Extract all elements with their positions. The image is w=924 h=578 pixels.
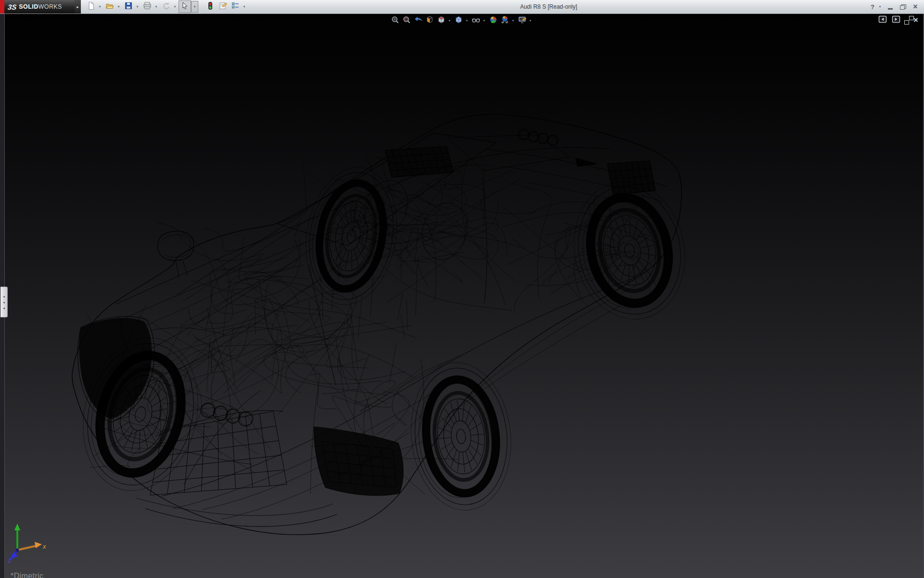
help-button[interactable]: ? bbox=[869, 3, 876, 11]
reference-triad[interactable]: x z bbox=[8, 521, 48, 564]
new-document-dropdown-caret[interactable]: ▾ bbox=[97, 1, 103, 13]
rebuild-button[interactable] bbox=[204, 0, 217, 13]
document-window-controls: × bbox=[878, 16, 918, 24]
window-controls: ? ▾ × bbox=[869, 1, 921, 13]
apply-scene-icon bbox=[500, 15, 509, 26]
apply-scene-dropdown-caret[interactable]: ▾ bbox=[511, 19, 515, 23]
main-toolbar: ▾▾▾▾▾▾▾ bbox=[85, 1, 248, 13]
view-orientation-label: *Dimetric bbox=[11, 572, 44, 578]
save-icon bbox=[124, 1, 133, 12]
rebuild-icon bbox=[206, 1, 215, 12]
triad-origin bbox=[16, 549, 19, 552]
view-settings-icon bbox=[518, 15, 526, 26]
print-dropdown-caret[interactable]: ▾ bbox=[154, 1, 159, 13]
select-dropdown-caret[interactable]: ▾ bbox=[191, 1, 198, 13]
x-axis-label: x bbox=[42, 543, 46, 550]
open-dropdown-caret[interactable]: ▾ bbox=[116, 1, 121, 13]
zoom-to-area-icon bbox=[402, 15, 411, 26]
section-view-icon bbox=[425, 15, 434, 26]
new-document-icon bbox=[87, 1, 95, 12]
y-axis-head bbox=[14, 524, 20, 530]
help-dropdown-caret[interactable]: ▾ bbox=[877, 1, 883, 13]
menu-expand-arrow[interactable]: ▸ bbox=[75, 0, 81, 13]
document-title: Audi R8 S [Read-only] bbox=[486, 0, 611, 13]
save-button[interactable] bbox=[122, 0, 135, 13]
edit-appearance-icon bbox=[489, 15, 498, 26]
previous-view-icon bbox=[414, 15, 423, 26]
view-settings-dropdown-caret[interactable]: ▾ bbox=[528, 19, 533, 23]
collapse-pane-button[interactable] bbox=[878, 16, 887, 24]
undo-dropdown-caret[interactable]: ▾ bbox=[172, 1, 178, 13]
view-settings-button[interactable] bbox=[516, 15, 528, 26]
collapse-arrow-icon: ◂ bbox=[3, 306, 5, 310]
hide-show-items-dropdown-caret[interactable]: ▾ bbox=[482, 19, 487, 23]
display-style-button[interactable] bbox=[453, 15, 464, 26]
graphics-area[interactable]: ▾▾▾▾▾ × ◂ ◂ ◂ x z *Dimetric bbox=[0, 13, 924, 578]
accent-strip bbox=[0, 0, 4, 13]
save-dropdown-caret[interactable]: ▾ bbox=[135, 1, 140, 13]
options-icon bbox=[231, 1, 240, 12]
open-button[interactable] bbox=[103, 0, 116, 13]
section-view-button[interactable] bbox=[424, 15, 436, 26]
undo-button[interactable] bbox=[160, 0, 172, 13]
print-button[interactable] bbox=[141, 0, 154, 13]
pane-right-icon bbox=[892, 15, 900, 26]
hide-show-items-icon bbox=[472, 15, 480, 26]
select-icon bbox=[180, 1, 189, 12]
pane-left-icon bbox=[878, 15, 887, 26]
minimize-button[interactable] bbox=[885, 1, 896, 12]
document-close-button[interactable]: × bbox=[913, 16, 918, 24]
hide-show-items-button[interactable] bbox=[470, 15, 482, 26]
collapse-arrow-icon: ◂ bbox=[3, 301, 5, 304]
x-axis-head bbox=[35, 542, 42, 548]
print-icon bbox=[143, 1, 152, 12]
expand-pane-button[interactable] bbox=[891, 16, 900, 24]
view-orientation-dropdown-caret[interactable]: ▾ bbox=[447, 19, 452, 23]
display-style-dropdown-caret[interactable]: ▾ bbox=[464, 19, 469, 23]
file-properties-icon bbox=[218, 1, 227, 12]
wireframe-model bbox=[0, 13, 924, 578]
apply-scene-button[interactable] bbox=[499, 15, 511, 26]
view-orientation-icon bbox=[437, 15, 446, 26]
options-dropdown-caret[interactable]: ▾ bbox=[242, 1, 247, 13]
display-style-icon bbox=[454, 15, 463, 26]
edit-appearance-button[interactable] bbox=[488, 15, 499, 26]
undo-icon bbox=[162, 1, 170, 12]
restore-icon bbox=[900, 4, 906, 10]
close-button[interactable]: × bbox=[910, 1, 921, 12]
minimize-icon bbox=[888, 8, 893, 10]
options-button[interactable] bbox=[229, 0, 242, 13]
heads-up-view-toolbar: ▾▾▾▾▾ bbox=[389, 15, 534, 26]
zoom-to-fit-icon bbox=[391, 15, 399, 26]
solidworks-menu[interactable]: 3S SOLIDWORKS bbox=[4, 0, 75, 13]
title-bar: 3S SOLIDWORKS ▸ ▾▾▾▾▾▾▾ Audi R8 S [Read-… bbox=[0, 0, 924, 14]
view-orientation-button[interactable] bbox=[436, 15, 447, 26]
file-properties-button[interactable] bbox=[217, 0, 229, 13]
feature-manager-splitter[interactable]: ◂ ◂ ◂ bbox=[0, 287, 8, 317]
restore-button[interactable] bbox=[897, 1, 909, 12]
dassault-3ds-icon: 3S bbox=[7, 3, 17, 11]
x-axis-arrow bbox=[17, 546, 37, 550]
z-axis-label: z bbox=[8, 557, 12, 564]
zoom-to-area-button[interactable] bbox=[401, 15, 412, 26]
new-document-button[interactable] bbox=[85, 0, 97, 13]
solidworks-window: 3S SOLIDWORKS ▸ ▾▾▾▾▾▾▾ Audi R8 S [Read-… bbox=[0, 0, 924, 578]
brand-name-bold: SOLID bbox=[19, 3, 38, 10]
select-button[interactable] bbox=[179, 0, 191, 13]
previous-view-button[interactable] bbox=[412, 15, 424, 26]
zoom-to-fit-button[interactable] bbox=[389, 15, 401, 26]
brand-name-light: WORKS bbox=[38, 3, 62, 10]
collapse-arrow-icon: ◂ bbox=[3, 295, 5, 298]
open-icon bbox=[105, 1, 114, 12]
